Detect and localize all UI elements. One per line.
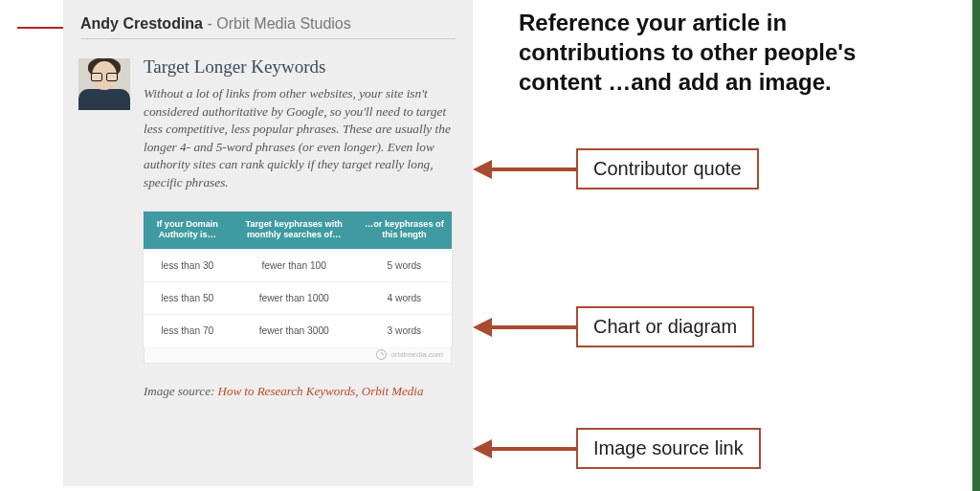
callout-box: Image source link: [576, 428, 761, 469]
callout-chart: Chart or diagram: [473, 306, 754, 347]
author-org-sep: -: [203, 15, 216, 32]
section-heading: Target Longer Keywords: [144, 56, 457, 78]
author-avatar: [78, 58, 130, 110]
example-card: Andy Crestodina - Orbit Media Studios Ta…: [63, 0, 473, 486]
table-header-cell: …or keyphrases of this length: [357, 212, 452, 250]
keyword-table: If your Domain Authority is… Target keyp…: [144, 212, 452, 346]
author-line: Andy Crestodina - Orbit Media Studios: [80, 15, 456, 39]
decorative-side-stripe: [972, 0, 980, 491]
table-cell: 5 words: [357, 249, 452, 281]
callout-source: Image source link: [473, 428, 761, 469]
table-row: less than 70 fewer than 3000 3 words: [144, 314, 452, 346]
table-cell: fewer than 100: [232, 249, 357, 281]
orbit-logo-icon: [376, 349, 387, 360]
table-cell: 4 words: [357, 281, 452, 314]
table-footer-brand: orbitmedia.com: [390, 350, 443, 359]
author-name: Andy Crestodina: [80, 15, 203, 32]
arrow-left-icon: [473, 167, 576, 171]
table-cell: fewer than 3000: [232, 314, 357, 346]
text-column: Target Longer Keywords Without a lot of …: [144, 56, 457, 192]
table-cell: fewer than 1000: [232, 281, 357, 314]
arrow-left-icon: [473, 447, 576, 451]
table-row: less than 50 fewer than 1000 4 words: [144, 281, 452, 314]
table-row: less than 30 fewer than 100 5 words: [144, 249, 452, 281]
table-header-cell: Target keyphrases with monthly searches …: [232, 212, 357, 250]
image-source-line: Image source: How to Research Keywords, …: [144, 383, 431, 400]
author-org: Orbit Media Studios: [216, 15, 351, 32]
table-footer: orbitmedia.com: [144, 346, 452, 364]
image-source-link[interactable]: How to Research Keywords, Orbit Media: [218, 384, 424, 398]
slide: Andy Crestodina - Orbit Media Studios Ta…: [0, 0, 980, 491]
image-source-label: Image source:: [144, 384, 218, 398]
slide-headline: Reference your article in contributions …: [519, 8, 940, 98]
contributor-quote-text: Without a lot of links from other websit…: [144, 85, 457, 192]
table-cell: less than 70: [144, 314, 232, 346]
arrow-left-icon: [473, 325, 576, 329]
callout-box: Chart or diagram: [576, 306, 754, 347]
table-cell: less than 50: [144, 281, 232, 314]
table-cell: less than 30: [144, 249, 232, 281]
content-row: Target Longer Keywords Without a lot of …: [78, 56, 457, 192]
table-header-row: If your Domain Authority is… Target keyp…: [144, 212, 452, 250]
callout-quote: Contributor quote: [473, 148, 759, 190]
table-cell: 3 words: [357, 314, 452, 346]
table-header-cell: If your Domain Authority is…: [144, 212, 232, 250]
decorative-red-underline: [17, 27, 67, 29]
callout-box: Contributor quote: [576, 148, 759, 190]
